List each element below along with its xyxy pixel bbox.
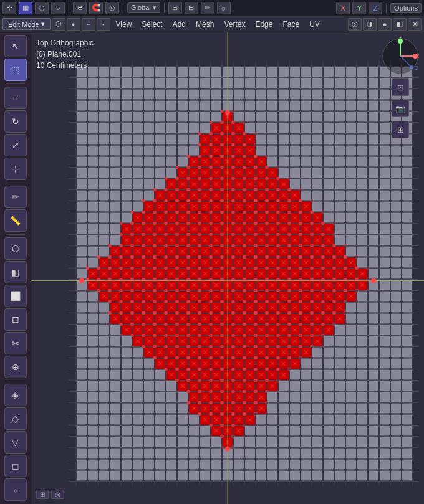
- svg-text:X: X: [416, 53, 419, 59]
- camera-view-btn[interactable]: 📷: [392, 100, 409, 117]
- edit-mode-btn[interactable]: Edit Mode ▾: [2, 18, 51, 30]
- top-toolbar: ⊹ ▦ ◌ ○ ⊕ 🧲 ◎ Global ▾ ⊞ ⊟ ✏ ⌾ X Y Z Opt…: [0, 0, 424, 16]
- mesh-menu[interactable]: Mesh: [191, 19, 218, 30]
- grid-canvas: [31, 32, 424, 504]
- shear-tool-btn[interactable]: ⬦: [4, 478, 27, 501]
- xyz-z-icon[interactable]: Z: [369, 2, 382, 14]
- grid-view-btn[interactable]: ⊞: [392, 121, 409, 138]
- select-box-icon[interactable]: ▦: [19, 2, 32, 14]
- viewport-shading-2[interactable]: ◑: [363, 18, 377, 31]
- viewport-menu-btn[interactable]: ⊞: [36, 490, 49, 499]
- separator-2: [123, 3, 123, 13]
- svg-text:Z: Z: [415, 65, 418, 71]
- annotate-tool-btn[interactable]: ✏: [4, 186, 27, 208]
- viewport-view-btn[interactable]: ◎: [51, 490, 64, 499]
- face-menu[interactable]: Face: [278, 19, 304, 30]
- lasso-icon[interactable]: ◌: [35, 2, 49, 14]
- grease-pencil-icon[interactable]: ✏: [201, 2, 214, 14]
- edge-mode-btn[interactable]: ━: [82, 18, 95, 31]
- view-menu[interactable]: View: [112, 19, 137, 30]
- loop-cut-tool-btn[interactable]: ⊟: [4, 308, 27, 331]
- viewport-shading-1[interactable]: ◎: [348, 18, 362, 31]
- inset-tool-btn[interactable]: ◧: [4, 261, 27, 283]
- vertex-mode-btn[interactable]: ●: [67, 18, 80, 31]
- extrude-tool-btn[interactable]: ⬡: [4, 237, 27, 260]
- axis-gizmo[interactable]: Y X Z: [382, 37, 419, 75]
- snap3-icon[interactable]: ⊟: [185, 2, 198, 14]
- smooth-tool-btn[interactable]: ◇: [4, 407, 27, 430]
- svg-text:Y: Y: [398, 37, 402, 41]
- vertex-menu[interactable]: Vertex: [219, 19, 249, 30]
- move-tool-btn[interactable]: ↔: [4, 87, 27, 109]
- menu-bar: Edit Mode ▾ ⬡ ● ━ ▪ View Select Add Mesh…: [0, 16, 424, 32]
- proportional2-icon[interactable]: ⌾: [217, 2, 231, 14]
- snap2-icon[interactable]: ⊞: [168, 2, 182, 14]
- svg-point-8: [410, 65, 413, 69]
- measure-tool-btn[interactable]: 📏: [4, 209, 27, 232]
- nav-area: Y X Z ⊡ 📷 ⊞: [382, 37, 419, 138]
- shrink-tool-btn[interactable]: ◻: [4, 455, 27, 477]
- options-btn[interactable]: Options: [390, 3, 422, 13]
- global-dropdown[interactable]: Global ▾: [127, 2, 160, 13]
- cursor-icon[interactable]: ⊹: [2, 2, 16, 14]
- mesh-display-btn[interactable]: ⬡: [52, 18, 65, 31]
- cursor-tool-btn[interactable]: ↖: [4, 35, 27, 57]
- sidebar-sep-4: [6, 381, 25, 381]
- poly-build-tool-btn[interactable]: ⊕: [4, 356, 27, 378]
- sidebar-sep-3: [6, 234, 25, 235]
- viewport-shading-3[interactable]: ●: [378, 18, 392, 31]
- transform-tool-btn[interactable]: ⊹: [4, 158, 27, 180]
- select-tool-btn[interactable]: ⬚: [4, 59, 27, 81]
- main-layout: ↖ ⬚ ↔ ↻ ⤢ ⊹ ✏ 📏 ⬡ ◧ ⬜ ⊟ ✂ ⊕ ◈ ◇ ▽ ◻ ⬦ To…: [0, 32, 424, 504]
- sidebar-sep-1: [6, 83, 25, 84]
- separator-4: [386, 3, 387, 13]
- bevel-tool-btn[interactable]: ⬜: [4, 285, 27, 307]
- xyz-y-icon[interactable]: Y: [352, 2, 366, 14]
- edit-mode-arrow: ▾: [41, 20, 45, 28]
- rotate-tool-btn[interactable]: ↻: [4, 110, 27, 133]
- scale-tool-btn[interactable]: ⤢: [4, 134, 27, 156]
- viewport-bottom-toolbar: ⊞ ◎: [36, 490, 64, 499]
- viewport[interactable]: Top Orthographic (0) Plane.001 10 Centim…: [31, 32, 424, 504]
- edge-menu[interactable]: Edge: [251, 19, 277, 30]
- edit-mode-label: Edit Mode: [8, 21, 39, 28]
- face-mode-btn[interactable]: ▪: [97, 18, 110, 31]
- edge-slide-tool-btn[interactable]: ▽: [4, 431, 27, 454]
- proportional-icon[interactable]: ◎: [105, 2, 119, 14]
- separator-3: [164, 3, 165, 13]
- spin-tool-btn[interactable]: ◈: [4, 384, 27, 406]
- snap-icon[interactable]: 🧲: [89, 2, 103, 14]
- add-menu[interactable]: Add: [168, 19, 190, 30]
- xray-btn[interactable]: ⊠: [408, 18, 422, 31]
- sidebar-sep-2: [6, 183, 25, 183]
- separator-1: [69, 3, 69, 13]
- zoom-extents-btn[interactable]: ⊡: [392, 78, 409, 96]
- xyz-x-icon[interactable]: X: [336, 2, 350, 14]
- select-menu[interactable]: Select: [137, 19, 166, 30]
- left-sidebar: ↖ ⬚ ↔ ↻ ⤢ ⊹ ✏ 📏 ⬡ ◧ ⬜ ⊟ ✂ ⊕ ◈ ◇ ▽ ◻ ⬦: [0, 32, 31, 504]
- viewport-overlay-btn[interactable]: ◧: [393, 18, 407, 31]
- move-gizmo-icon[interactable]: ⊕: [73, 2, 87, 14]
- knife-tool-btn[interactable]: ✂: [4, 332, 27, 354]
- uv-menu[interactable]: UV: [305, 19, 324, 30]
- circle-select-icon[interactable]: ○: [51, 2, 65, 14]
